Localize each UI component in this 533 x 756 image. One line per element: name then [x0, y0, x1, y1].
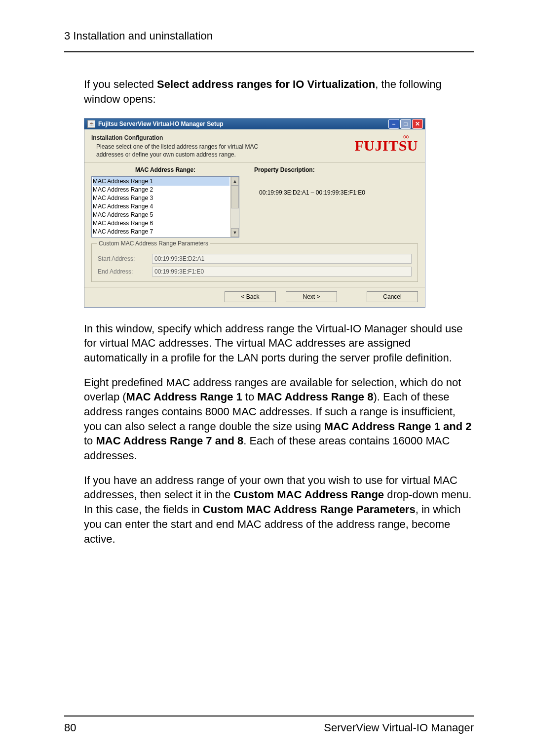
list-item[interactable]: MAC Address Range 2 [93, 186, 229, 194]
maximize-button: □ [400, 119, 411, 129]
property-description-label: Property Description: [254, 166, 418, 173]
p3-b1: Custom MAC Address Range [233, 488, 384, 501]
p3-b2: Custom MAC Address Range Parameters [203, 503, 416, 516]
intro-pre: If you selected [84, 78, 157, 90]
p2-e: to [84, 435, 96, 447]
installation-config-heading: Installation Configuration [91, 134, 354, 141]
p2-b1: MAC Address Range 1 [126, 391, 242, 403]
setup-dialog: ☕ Fujitsu ServerView Virtual-IO Manager … [84, 118, 425, 307]
list-item[interactable]: MAC Address Range 4 [93, 202, 229, 211]
cancel-button[interactable]: Cancel [367, 291, 418, 302]
listbox-scrollbar[interactable]: ▲ ▼ [230, 177, 239, 237]
p2-b3: MAC Address Range 1 and 2 [324, 420, 472, 433]
list-item[interactable]: MAC Address Range 1 [93, 177, 229, 186]
window-title: Fujitsu ServerView Virtual-IO Manager Se… [98, 120, 224, 127]
list-item[interactable]: MAC Address Range 3 [93, 194, 229, 202]
scroll-down-icon[interactable]: ▼ [231, 228, 239, 237]
start-address-input[interactable]: 00:19:99:3E:D2:A1 [152, 254, 412, 264]
scroll-thumb[interactable] [231, 186, 239, 208]
mac-range-label: MAC Address Range: [91, 166, 239, 173]
fujitsu-infinity-icon: ∞ [403, 132, 409, 141]
p2-b2: MAC Address Range 8 [257, 391, 373, 403]
paragraph-2: Eight predefined MAC address ranges are … [84, 375, 474, 463]
custom-range-legend: Custom MAC Address Range Parameters [97, 240, 210, 247]
page-footer: 80 ServerView Virtual-IO Manager [64, 716, 474, 734]
p2-b4: MAC Address Range 7 and 8 [96, 435, 243, 447]
intro-bold: Select address ranges for IO Virtualizat… [157, 78, 375, 90]
scroll-track[interactable] [231, 186, 239, 228]
java-icon: ☕ [87, 120, 95, 128]
list-item[interactable]: MAC Address Range 7 [93, 228, 229, 236]
end-address-label: End Address: [98, 268, 147, 275]
list-item[interactable]: MAC Address Range 5 [93, 211, 229, 219]
titlebar[interactable]: ☕ Fujitsu ServerView Virtual-IO Manager … [84, 119, 425, 129]
property-description-value: 00:19:99:3E:D2:A1 – 00:19:99:3E:F1:E0 [254, 176, 418, 196]
fujitsu-logo: ∞ FUJITSU [354, 134, 418, 159]
p2-c: to [242, 391, 258, 403]
installation-config-sub2: addresses or define your own custom addr… [91, 151, 354, 159]
chapter-header: 3 Installation and uninstallation [64, 30, 474, 52]
close-button[interactable]: ✕ [412, 119, 423, 129]
list-item[interactable]: MAC Address Range 6 [93, 219, 229, 228]
mac-range-listbox[interactable]: MAC Address Range 1 MAC Address Range 2 … [91, 176, 239, 238]
scroll-up-icon[interactable]: ▲ [231, 177, 239, 186]
intro-paragraph: If you selected Select address ranges fo… [84, 77, 474, 106]
back-button[interactable]: < Back [225, 291, 276, 302]
page-number: 80 [64, 721, 76, 734]
paragraph-3: If you have an address range of your own… [84, 473, 474, 546]
list-item[interactable]: MAC Address Range 8 [93, 236, 229, 237]
start-address-label: Start Address: [98, 255, 147, 262]
custom-range-fieldset: Custom MAC Address Range Parameters Star… [91, 243, 418, 282]
product-name: ServerView Virtual-IO Manager [324, 721, 474, 734]
minimize-button[interactable]: – [388, 119, 399, 129]
next-button[interactable]: Next > [286, 291, 337, 302]
installation-config-sub1: Please select one of the listed address … [91, 143, 354, 151]
end-address-input[interactable]: 00:19:99:3E:F1:E0 [152, 267, 412, 277]
paragraph-1: In this window, specify which address ra… [84, 321, 474, 365]
